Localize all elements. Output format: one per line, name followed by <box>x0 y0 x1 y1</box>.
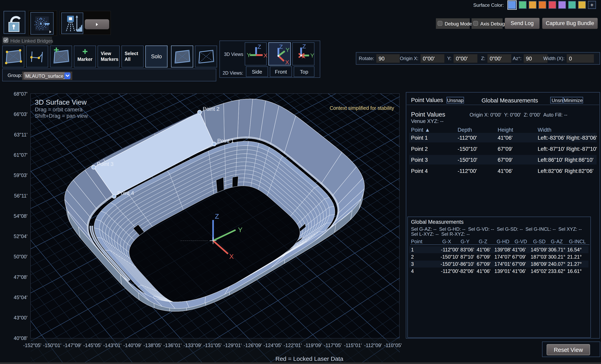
svg-text:Y: Y <box>310 52 314 59</box>
svg-text:X: X <box>229 253 234 260</box>
svg-text:Y: Y <box>247 52 251 58</box>
svg-text:Point 3: Point 3 <box>97 161 113 167</box>
svg-text:Point 4: Point 4 <box>117 190 134 196</box>
svg-text:Z: Z <box>302 43 306 49</box>
svg-text:Z: Z <box>279 43 283 50</box>
svg-text:Z: Z <box>215 212 219 220</box>
svg-text:Point 1: Point 1 <box>217 138 234 144</box>
svg-text:X: X <box>301 53 305 59</box>
svg-text:X: X <box>285 59 289 66</box>
svg-text:Y: Y <box>286 47 290 53</box>
svg-text:Point 2: Point 2 <box>203 106 220 112</box>
svg-text:X: X <box>263 52 267 59</box>
svg-text:Y: Y <box>238 226 242 233</box>
svg-text:Z: Z <box>258 43 261 50</box>
